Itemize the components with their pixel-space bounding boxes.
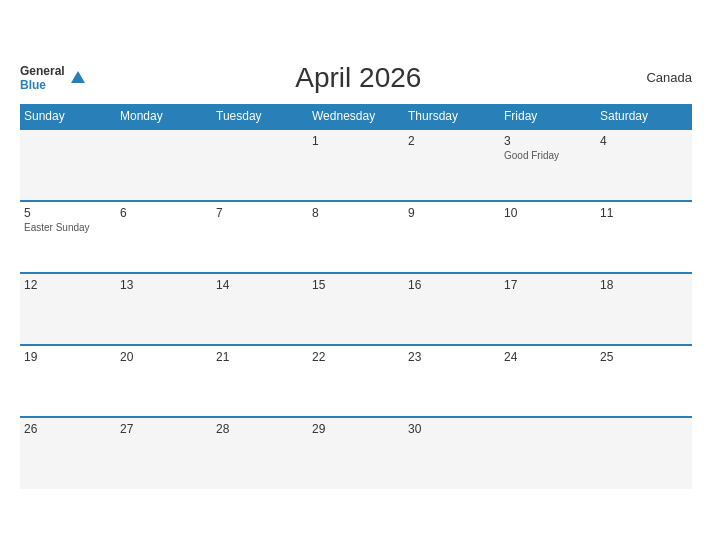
country-label: Canada [632, 70, 692, 85]
calendar-day-cell: 12 [20, 273, 116, 345]
calendar-day-cell: 20 [116, 345, 212, 417]
calendar-day-cell: 7 [212, 201, 308, 273]
day-number: 13 [120, 278, 208, 292]
col-sunday: Sunday [20, 104, 116, 129]
calendar-day-cell: 25 [596, 345, 692, 417]
day-number: 30 [408, 422, 496, 436]
day-number: 18 [600, 278, 688, 292]
col-friday: Friday [500, 104, 596, 129]
calendar-day-cell: 19 [20, 345, 116, 417]
calendar-day-cell: 27 [116, 417, 212, 489]
day-number: 3 [504, 134, 592, 148]
day-number: 28 [216, 422, 304, 436]
calendar-day-cell: 30 [404, 417, 500, 489]
day-number: 4 [600, 134, 688, 148]
calendar-week-row: 19202122232425 [20, 345, 692, 417]
calendar-day-cell [116, 129, 212, 201]
calendar-day-cell: 16 [404, 273, 500, 345]
calendar-table: Sunday Monday Tuesday Wednesday Thursday… [20, 104, 692, 489]
day-number: 5 [24, 206, 112, 220]
calendar-day-cell: 10 [500, 201, 596, 273]
day-number: 23 [408, 350, 496, 364]
calendar-day-cell: 29 [308, 417, 404, 489]
day-number: 19 [24, 350, 112, 364]
day-number: 21 [216, 350, 304, 364]
day-number: 1 [312, 134, 400, 148]
calendar-header: General Blue April 2026 Canada [20, 62, 692, 94]
calendar-week-row: 12131415161718 [20, 273, 692, 345]
month-title: April 2026 [85, 62, 632, 94]
calendar-day-cell: 15 [308, 273, 404, 345]
day-number: 12 [24, 278, 112, 292]
day-number: 6 [120, 206, 208, 220]
day-number: 11 [600, 206, 688, 220]
day-number: 10 [504, 206, 592, 220]
calendar-header-row: Sunday Monday Tuesday Wednesday Thursday… [20, 104, 692, 129]
calendar-day-cell: 8 [308, 201, 404, 273]
day-number: 2 [408, 134, 496, 148]
calendar-day-cell: 22 [308, 345, 404, 417]
day-event-label: Easter Sunday [24, 222, 112, 233]
day-number: 9 [408, 206, 496, 220]
day-number: 15 [312, 278, 400, 292]
calendar-day-cell: 1 [308, 129, 404, 201]
calendar-day-cell: 5Easter Sunday [20, 201, 116, 273]
day-number: 29 [312, 422, 400, 436]
col-tuesday: Tuesday [212, 104, 308, 129]
calendar-day-cell: 2 [404, 129, 500, 201]
day-number: 16 [408, 278, 496, 292]
calendar-body: 123Good Friday45Easter Sunday67891011121… [20, 129, 692, 489]
col-wednesday: Wednesday [308, 104, 404, 129]
calendar-day-cell: 28 [212, 417, 308, 489]
calendar-day-cell [212, 129, 308, 201]
day-number: 14 [216, 278, 304, 292]
day-number: 22 [312, 350, 400, 364]
col-thursday: Thursday [404, 104, 500, 129]
logo-blue-text: Blue [20, 78, 46, 92]
calendar-day-cell: 26 [20, 417, 116, 489]
calendar-week-row: 2627282930 [20, 417, 692, 489]
calendar-day-cell: 23 [404, 345, 500, 417]
calendar-day-cell: 3Good Friday [500, 129, 596, 201]
logo-triangle-icon [71, 71, 85, 83]
day-number: 17 [504, 278, 592, 292]
day-number: 26 [24, 422, 112, 436]
calendar-day-cell: 24 [500, 345, 596, 417]
calendar-week-row: 123Good Friday4 [20, 129, 692, 201]
col-monday: Monday [116, 104, 212, 129]
logo: General Blue [20, 64, 85, 92]
day-event-label: Good Friday [504, 150, 592, 161]
calendar-day-cell [500, 417, 596, 489]
logo-general-text: General [20, 64, 65, 78]
calendar-day-cell: 14 [212, 273, 308, 345]
calendar: General Blue April 2026 Canada Sunday Mo… [10, 52, 702, 499]
calendar-day-cell: 4 [596, 129, 692, 201]
day-number: 8 [312, 206, 400, 220]
col-saturday: Saturday [596, 104, 692, 129]
day-number: 20 [120, 350, 208, 364]
calendar-day-cell: 18 [596, 273, 692, 345]
day-number: 27 [120, 422, 208, 436]
day-number: 7 [216, 206, 304, 220]
calendar-day-cell: 21 [212, 345, 308, 417]
calendar-day-cell: 9 [404, 201, 500, 273]
calendar-day-cell: 6 [116, 201, 212, 273]
calendar-week-row: 5Easter Sunday67891011 [20, 201, 692, 273]
calendar-day-cell: 13 [116, 273, 212, 345]
calendar-day-cell [20, 129, 116, 201]
calendar-day-cell: 11 [596, 201, 692, 273]
calendar-day-cell [596, 417, 692, 489]
day-number: 25 [600, 350, 688, 364]
day-number: 24 [504, 350, 592, 364]
calendar-day-cell: 17 [500, 273, 596, 345]
